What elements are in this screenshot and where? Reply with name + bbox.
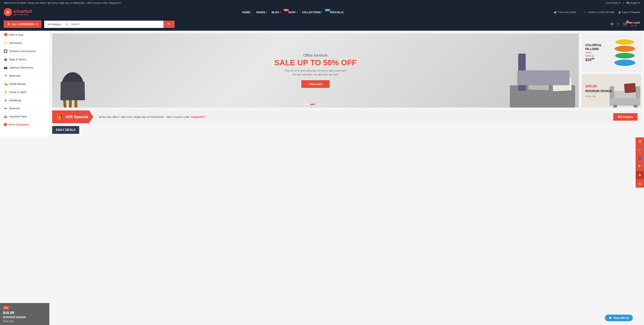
- header: @ emarket all in one store HOME ▾ PAGES …: [0, 6, 644, 19]
- industrial-icon: 🏭: [4, 115, 8, 118]
- metallurgy-icon: 💧: [4, 98, 8, 102]
- sidebar-item-bathroom[interactable]: 🚿 Bathroom ›: [0, 72, 49, 80]
- category-select[interactable]: All Category: [44, 21, 68, 28]
- nav-shop[interactable]: SHOP ▾: [288, 11, 298, 14]
- daily-deals-header: DAILY DEALS: [52, 126, 79, 134]
- language-selector[interactable]: 🇬🇧 English ▾: [626, 1, 640, 4]
- sidebar-item-optimum-electronics[interactable]: 📷 Optimum Electronics ›: [0, 63, 49, 72]
- pillow-green: [615, 53, 635, 58]
- daily-deals-section: DAILY DEALS: [52, 126, 641, 134]
- side-banner-pillows[interactable]: COLORFULPILLOWS Starts at $2999: [582, 33, 641, 72]
- electronics-icon: ⚡: [4, 41, 8, 45]
- content-area: Office furniture SALE UP TO 50% OFF They…: [50, 31, 644, 137]
- interior-shop-link[interactable]: Shop now: [585, 95, 612, 97]
- nav-pages[interactable]: PAGES ▾: [256, 11, 267, 14]
- header-icons: ⟳ ♡ 🛒 0 MY CART - $0.00: [611, 21, 640, 27]
- pillows-red-divider: [585, 52, 591, 53]
- cart-count-badge: 0: [626, 20, 629, 24]
- sidebar-item-bags-shoes[interactable]: 👜 Bags & Shoes: [0, 55, 49, 63]
- header-divider: |: [580, 11, 580, 13]
- currency-lang-selector: $ US Dollar ▾ | 🇬🇧 English ▾: [606, 1, 640, 4]
- hero-banner: Office furniture SALE UP TO 50% OFF They…: [52, 33, 579, 108]
- search-area: ☰ ALL CATEGORIES ▾ All Category 🔍 ⟳ ♡ 🛒 …: [0, 19, 644, 31]
- track-order[interactable]: 🚚 Track Your Order: [554, 11, 576, 13]
- side-banner-interior[interactable]: $49.89 INTERIOR DESIGN Shop now: [582, 74, 641, 108]
- bags-icon: 👜: [4, 57, 8, 61]
- dot-4[interactable]: [322, 104, 327, 105]
- more-plus-icon: +: [4, 123, 7, 126]
- hero-content: Office furniture SALE UP TO 50% OFF They…: [270, 49, 360, 92]
- interior-title: INTERIOR DESIGN: [585, 89, 612, 93]
- sofa-decoration: [608, 83, 641, 108]
- refresh-button[interactable]: ⟳: [611, 22, 614, 26]
- brand-name: emarket: [14, 9, 32, 13]
- announcement-text: Welcome to Emarket ! Wrap new offers / g…: [4, 1, 121, 4]
- lang-divider: |: [623, 1, 624, 4]
- sidebar-item-metallurgy[interactable]: 💧 Metallurgy: [0, 96, 49, 104]
- lock-icon: 🔒: [618, 11, 621, 13]
- pillow-orange: [614, 46, 635, 52]
- dot-3[interactable]: [316, 104, 321, 105]
- nav-home[interactable]: HOME ▾: [242, 11, 252, 14]
- bed-decoration: [504, 61, 575, 108]
- sidebar-item-industrial-parts[interactable]: 🏭 Industrial Parts: [0, 112, 49, 121]
- bathroom-icon: 🚿: [4, 74, 8, 77]
- get-coupon-button[interactable]: Get Coupon: [613, 113, 638, 121]
- collections-dropdown-icon: ▾: [322, 11, 322, 13]
- hero-description: They key is to have every key, the key t…: [274, 69, 357, 77]
- main-layout: 🎁 Gifts & Toys › ⚡ Electronics 🔲 Fashion…: [0, 31, 644, 137]
- pillows-price: $2999: [585, 57, 602, 62]
- gift-message: Wrap new offers / gift every single day …: [93, 112, 613, 122]
- logo[interactable]: @ emarket all in one store: [4, 8, 32, 16]
- sidebar: 🎁 Gifts & Toys › ⚡ Electronics 🔲 Fashion…: [0, 31, 50, 137]
- collections-new-badge: New: [325, 9, 330, 11]
- shop-dropdown-icon: ▾: [296, 11, 298, 13]
- gift-bar: 🎁 Gift Special Wrap new offers / gift ev…: [52, 110, 641, 123]
- sidebar-item-fashion[interactable]: 🔲 Fashion & Accessories: [0, 47, 49, 55]
- dot-1[interactable]: [304, 104, 308, 105]
- pillow-blue: [614, 59, 635, 66]
- hero-shop-now-button[interactable]: Shop now: [301, 80, 330, 88]
- blog-hot-badge: Hot!: [284, 9, 289, 11]
- home-lights-icon: 💡: [4, 90, 8, 94]
- sidebar-item-electronics[interactable]: ⚡ Electronics: [0, 39, 49, 47]
- all-categories-button[interactable]: ☰ ALL CATEGORIES ▾: [4, 20, 41, 28]
- currency-selector[interactable]: $ US Dollar ▾: [606, 1, 620, 4]
- sidebar-item-gifts-toys[interactable]: 🎁 Gifts & Toys ›: [0, 31, 49, 39]
- sidebar-item-home-lights[interactable]: 💡 Home & Lights: [0, 88, 49, 96]
- pillows-price-label: Starts at: [585, 54, 602, 57]
- search-button[interactable]: 🔍: [164, 21, 174, 28]
- login-register-link[interactable]: 🔒 Login or Register: [618, 11, 640, 13]
- nav-specials[interactable]: SPECIALS!: [330, 11, 344, 14]
- header-right: 🚚 Track Your Order | 📞 Hotline (+1234) 5…: [554, 11, 640, 13]
- hotline[interactable]: 📞 Hotline (+1234) 567 890: [584, 11, 614, 13]
- chair-decoration: [60, 55, 93, 108]
- pillow-stack: [612, 37, 638, 68]
- nav-collections[interactable]: New COLLECTIONS ▾: [302, 11, 325, 14]
- sidebar-item-bedroom[interactable]: 🛏 Bedroom: [0, 104, 49, 112]
- truck-icon: 🚚: [554, 11, 556, 13]
- gift-icon: 🎁: [57, 114, 63, 120]
- search-icon: 🔍: [167, 23, 171, 26]
- interior-price: $49.89: [585, 84, 612, 88]
- nav-blog[interactable]: Hot! BLOG ▾: [272, 11, 284, 14]
- optimum-arrow-icon: ›: [45, 66, 46, 69]
- logo-icon: @: [4, 8, 12, 16]
- health-icon: 💊: [4, 82, 8, 86]
- pillow-yellow: [616, 39, 634, 45]
- dot-2[interactable]: [310, 104, 315, 105]
- categories-chevron-icon: ▾: [36, 23, 38, 26]
- hero-subtitle: Office furniture: [274, 53, 357, 57]
- pages-dropdown-icon: ▾: [266, 11, 267, 13]
- cart-button[interactable]: 🛒 0 MY CART - $0.00: [623, 21, 640, 27]
- bedroom-icon: 🛏: [4, 107, 8, 110]
- main-nav: HOME ▾ PAGES ▾ Hot! BLOG ▾ SHOP ▾ New CO…: [242, 11, 344, 14]
- sidebar-item-health-beauty[interactable]: 💊 Health Beauty: [0, 80, 49, 88]
- search-input[interactable]: [68, 21, 164, 28]
- hero-section: Office furniture SALE UP TO 50% OFF They…: [52, 33, 641, 108]
- blog-dropdown-icon: ▾: [280, 11, 281, 13]
- gifts-icon: 🎁: [4, 33, 8, 36]
- wishlist-button[interactable]: ♡: [616, 22, 620, 26]
- hero-title: SALE UP TO 50% OFF: [274, 58, 357, 67]
- more-categories-button[interactable]: + More Categories: [0, 121, 49, 128]
